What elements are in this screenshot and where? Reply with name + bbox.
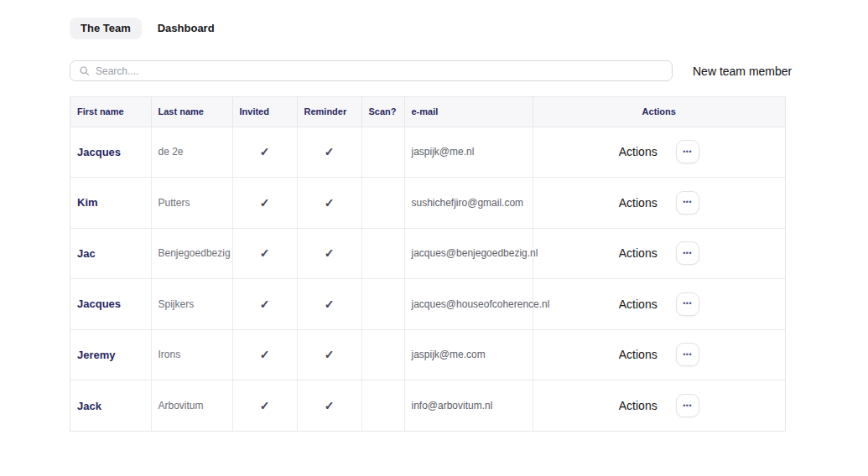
first-name-cell: Jac [70,228,151,279]
search-box[interactable] [70,60,673,81]
check-icon: ✓ [260,246,270,260]
invited-cell: ✓ [232,228,297,279]
tab-dashboard[interactable]: Dashboard [147,18,226,39]
last-name-cell: Putters [151,178,232,229]
actions-label: Actions [619,145,657,158]
last-name-cell: Spijkers [151,279,232,330]
check-icon: ✓ [325,145,335,158]
scan-cell [361,329,404,380]
first-name-cell: Jack [70,380,151,432]
actions-cell: Actions ••• [533,329,785,380]
page: The Team Dashboard New team member [0,0,868,432]
table-row: Kim Putters ✓ ✓ sushichefjiro@gmail.com … [70,178,785,229]
reminder-cell: ✓ [297,380,361,432]
header-reminder: Reminder [297,97,361,127]
check-icon: ✓ [325,246,335,260]
ellipsis-icon: ••• [683,402,692,410]
ellipsis-icon: ••• [683,199,692,206]
first-name-cell: Jeremy [70,329,151,380]
actions-label: Actions [619,196,657,210]
email-cell: jaspijk@me.com [404,329,533,380]
check-icon: ✓ [260,298,270,311]
ellipsis-icon: ••• [683,250,692,257]
actions-cell: Actions ••• [533,279,785,330]
actions-label: Actions [619,348,657,361]
scan-cell [361,228,404,279]
invited-cell: ✓ [232,279,297,330]
email-cell: sushichefjiro@gmail.com [404,178,533,229]
scan-cell [361,279,404,330]
first-name-cell: Jacques [70,279,151,330]
header-first-name: First name [70,97,151,127]
reminder-cell: ✓ [297,329,361,380]
row-menu-button[interactable]: ••• [676,343,699,366]
actions-cell: Actions ••• [533,228,785,279]
invited-cell: ✓ [232,178,297,229]
check-icon: ✓ [260,145,270,158]
table-row: Jac Benjegoedbezig ✓ ✓ jacques@benjegoed… [70,228,785,279]
invited-cell: ✓ [232,329,297,380]
invited-cell: ✓ [232,127,297,178]
email-cell: info@arbovitum.nl [404,380,533,432]
row-menu-button[interactable]: ••• [676,292,699,316]
tab-bar: The Team Dashboard [70,18,786,39]
table-row: Jack Arbovitum ✓ ✓ info@arbovitum.nl Act… [70,380,785,432]
last-name-cell: Irons [151,329,232,380]
header-last-name: Last name [151,97,232,127]
actions-cell: Actions ••• [533,178,785,229]
tab-the-team[interactable]: The Team [70,18,142,39]
table-row: Jacques de 2e ✓ ✓ jaspijk@me.nl Actions … [70,127,785,178]
header-invited: Invited [232,97,297,127]
search-icon [79,65,90,76]
actions-label: Actions [619,399,657,412]
scan-cell [361,178,404,229]
actions-label: Actions [619,298,657,311]
email-cell: jaspijk@me.nl [404,127,533,178]
ellipsis-icon: ••• [683,148,692,156]
header-scan: Scan? [361,97,404,127]
actions-cell: Actions ••• [533,127,785,178]
first-name-cell: Kim [70,178,151,229]
search-input[interactable] [96,65,665,77]
row-menu-button[interactable]: ••• [676,140,699,163]
invited-cell: ✓ [232,380,297,432]
reminder-cell: ✓ [297,279,361,330]
check-icon: ✓ [325,399,335,412]
toolbar: New team member [70,60,786,81]
last-name-cell: de 2e [151,127,232,178]
row-menu-button[interactable]: ••• [676,241,699,265]
check-icon: ✓ [325,348,335,361]
header-email: e-mail [404,97,533,127]
check-icon: ✓ [260,348,270,361]
row-menu-button[interactable]: ••• [676,191,699,215]
last-name-cell: Benjegoedbezig [151,228,232,279]
last-name-cell: Arbovitum [151,380,232,432]
team-table: First name Last name Invited Reminder Sc… [70,96,786,432]
reminder-cell: ✓ [297,228,361,279]
table-row: Jeremy Irons ✓ ✓ jaspijk@me.com Actions … [70,329,785,380]
email-cell: jacques@houseofcoherence.nl [404,279,533,330]
table-row: Jacques Spijkers ✓ ✓ jacques@houseofcohe… [70,279,785,330]
check-icon: ✓ [260,399,270,412]
row-menu-button[interactable]: ••• [676,394,699,417]
scan-cell [361,380,404,432]
email-cell: jacques@benjegoedbezig.nl [404,228,533,279]
actions-cell: Actions ••• [533,380,785,432]
actions-label: Actions [619,246,657,260]
new-team-member-button[interactable]: New team member [693,65,792,78]
ellipsis-icon: ••• [683,351,692,359]
reminder-cell: ✓ [297,178,361,229]
header-actions: Actions [533,97,785,127]
check-icon: ✓ [325,196,335,210]
reminder-cell: ✓ [297,127,361,178]
ellipsis-icon: ••• [683,300,692,308]
check-icon: ✓ [325,298,335,311]
table-header-row: First name Last name Invited Reminder Sc… [70,97,785,127]
scan-cell [361,127,404,178]
check-icon: ✓ [260,196,270,210]
first-name-cell: Jacques [70,127,151,178]
